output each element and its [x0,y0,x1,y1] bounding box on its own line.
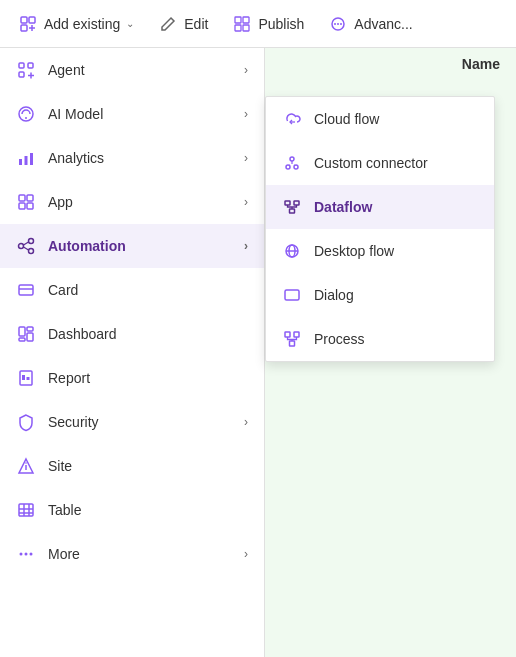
svg-rect-20 [30,153,33,165]
menu-item-table[interactable]: Table [0,488,264,532]
svg-rect-34 [27,333,33,341]
menu-item-more[interactable]: More › [0,532,264,576]
svg-rect-54 [294,201,299,205]
submenu-item-cloud-flow[interactable]: Cloud flow [266,97,494,141]
svg-rect-22 [27,195,33,201]
svg-rect-19 [25,156,28,165]
submenu-item-desktop-flow[interactable]: Desktop flow [266,229,494,273]
svg-point-41 [25,462,27,464]
svg-rect-24 [27,203,33,209]
svg-rect-59 [285,290,299,300]
menu-item-agent[interactable]: Agent › [0,48,264,92]
ai-model-icon [16,104,36,124]
custom-connector-label: Custom connector [314,155,428,171]
menu-item-report[interactable]: Report [0,356,264,400]
menu-item-app[interactable]: App › [0,180,264,224]
svg-rect-61 [294,332,299,337]
svg-rect-18 [19,159,22,165]
primary-menu: Agent › AI Model › [0,48,265,657]
submenu-item-process[interactable]: Process [266,317,494,361]
svg-rect-53 [285,201,290,205]
menu-item-ai-model[interactable]: AI Model › [0,92,264,136]
add-existing-chevron: ⌄ [126,18,134,29]
publish-button[interactable]: Publish [222,8,314,40]
agent-icon [16,60,36,80]
svg-rect-55 [290,209,295,213]
analytics-chevron: › [244,151,248,165]
svg-line-29 [24,247,29,250]
svg-point-12 [340,23,342,25]
automation-chevron: › [244,239,248,253]
publish-icon [232,14,252,34]
svg-rect-21 [19,195,25,201]
automation-icon [16,236,36,256]
submenu-item-dataflow[interactable]: Dataflow [266,185,494,229]
add-existing-icon [18,14,38,34]
svg-point-17 [25,117,27,119]
edit-label: Edit [184,16,208,32]
process-label: Process [314,331,365,347]
svg-rect-15 [19,72,24,77]
svg-point-48 [25,553,28,556]
security-icon [16,412,36,432]
desktop-flow-icon [282,241,302,261]
automation-label: Automation [48,238,232,254]
automation-submenu: Cloud flow Custom connector [265,96,495,362]
table-icon [16,500,36,520]
report-label: Report [48,370,248,386]
svg-rect-8 [243,25,249,31]
menu-item-card[interactable]: Card [0,268,264,312]
svg-rect-62 [290,341,295,346]
name-column-header: Name [446,48,516,80]
app-label: App [48,194,232,210]
add-existing-button[interactable]: Add existing ⌄ [8,8,144,40]
site-icon [16,456,36,476]
submenu-item-dialog[interactable]: Dialog [266,273,494,317]
svg-point-50 [290,157,294,161]
svg-line-28 [24,242,29,245]
analytics-icon [16,148,36,168]
more-chevron: › [244,547,248,561]
more-label: More [48,546,232,562]
svg-point-49 [30,553,33,556]
menu-item-automation[interactable]: Automation › [0,224,264,268]
menu-item-security[interactable]: Security › [0,400,264,444]
svg-rect-37 [22,375,25,380]
submenu-item-custom-connector[interactable]: Custom connector [266,141,494,185]
advance-button[interactable]: Advanc... [318,8,422,40]
ai-model-chevron: › [244,107,248,121]
custom-connector-icon [282,153,302,173]
svg-point-25 [19,244,24,249]
svg-rect-36 [20,371,32,385]
more-icon [16,544,36,564]
ai-model-label: AI Model [48,106,232,122]
security-chevron: › [244,415,248,429]
security-label: Security [48,414,232,430]
svg-rect-14 [28,63,33,68]
svg-rect-60 [285,332,290,337]
svg-rect-35 [19,338,25,341]
svg-rect-38 [27,377,30,380]
svg-point-26 [29,239,34,244]
app-chevron: › [244,195,248,209]
cloud-flow-label: Cloud flow [314,111,379,127]
svg-rect-42 [19,504,33,516]
site-label: Site [48,458,248,474]
svg-rect-0 [21,17,27,23]
edit-icon [158,14,178,34]
svg-point-10 [334,23,336,25]
agent-chevron: › [244,63,248,77]
edit-button[interactable]: Edit [148,8,218,40]
add-existing-label: Add existing [44,16,120,32]
dashboard-label: Dashboard [48,326,248,342]
process-icon [282,329,302,349]
card-icon [16,280,36,300]
svg-rect-5 [235,17,241,23]
menu-item-analytics[interactable]: Analytics › [0,136,264,180]
svg-point-11 [337,23,339,25]
svg-rect-7 [235,25,241,31]
menu-item-site[interactable]: Site [0,444,264,488]
menu-item-dashboard[interactable]: Dashboard [0,312,264,356]
svg-rect-23 [19,203,25,209]
toolbar: Add existing ⌄ Edit Publish [0,0,516,48]
